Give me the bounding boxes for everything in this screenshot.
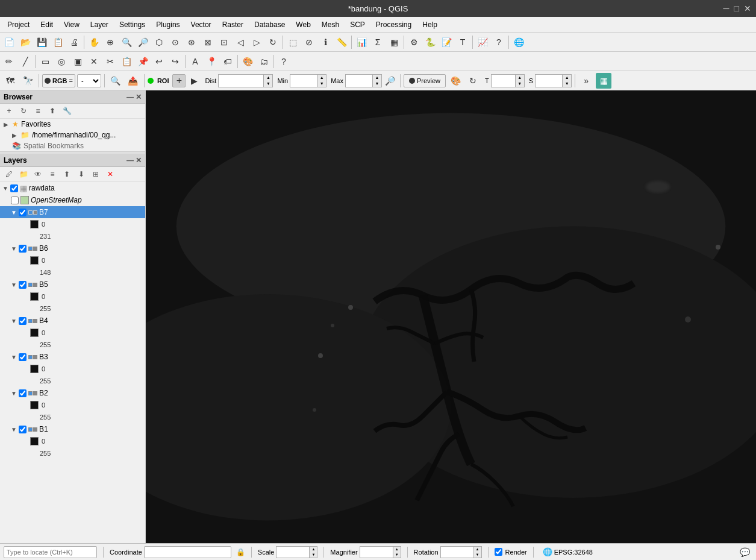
magnifier-down[interactable]: ▼	[393, 552, 401, 558]
browser-item-bookmarks[interactable]: 📚 Spatial Bookmarks	[0, 140, 145, 151]
pan-to-selection-button[interactable]: ⊕	[102, 34, 118, 50]
menu-processing[interactable]: Processing	[371, 19, 416, 30]
deselect-all-button[interactable]: ⊘	[301, 34, 317, 50]
menu-edit[interactable]: Edit	[36, 19, 58, 30]
scp-export-button[interactable]: 📤	[125, 73, 141, 89]
dist-up[interactable]: ▲	[264, 75, 272, 81]
scp-tool-2[interactable]: 🔭	[20, 73, 36, 89]
minimize-button[interactable]: ─	[723, 4, 729, 13]
t-up[interactable]: ▲	[516, 75, 524, 81]
scale-input[interactable]: 1:147802	[276, 546, 309, 558]
magnifier-up[interactable]: ▲	[393, 547, 401, 552]
label-button[interactable]: A	[187, 54, 203, 69]
zoom-to-button[interactable]: 🔎	[384, 74, 397, 87]
save-project-button[interactable]: 💾	[34, 34, 49, 50]
menu-layer[interactable]: Layer	[86, 19, 113, 30]
rotation-spinbox[interactable]: 0.0 ° ▲ ▼	[440, 546, 482, 558]
magnifier-arrows[interactable]: ▲ ▼	[393, 546, 401, 558]
locate-input[interactable]	[4, 546, 97, 558]
help-button[interactable]: ?	[491, 34, 507, 50]
messages-button[interactable]: 💬	[737, 544, 752, 560]
measure-button[interactable]: 📏	[334, 34, 349, 50]
annotation-button[interactable]: T	[455, 34, 470, 50]
new-project-button[interactable]: 📄	[1, 34, 17, 50]
layer-row-b6[interactable]: ▼ B6	[0, 242, 145, 254]
roi-run-button[interactable]: ▶	[187, 74, 201, 87]
dist-spinbox[interactable]: 0.010000 ▲ ▼	[218, 74, 273, 87]
save-as-button[interactable]: 📋	[50, 34, 66, 50]
rotation-down[interactable]: ▼	[474, 552, 481, 558]
menu-web[interactable]: Web	[291, 19, 315, 30]
style-button[interactable]: 🎨	[240, 54, 255, 69]
chart-button[interactable]: 📈	[475, 34, 490, 50]
layer-row-osm[interactable]: OpenStreetMap	[0, 194, 145, 206]
digitize-button[interactable]: ✏	[1, 54, 17, 69]
move-selection-bottom-button[interactable]: ⬇	[75, 168, 88, 180]
menu-help[interactable]: Help	[417, 19, 442, 30]
scp-search-button[interactable]: 🔍	[108, 73, 123, 89]
min-input[interactable]: 60	[290, 74, 317, 87]
menu-settings[interactable]: Settings	[114, 19, 150, 30]
browser-add-button[interactable]: +	[2, 105, 16, 117]
menu-plugins[interactable]: Plugins	[151, 19, 184, 30]
browser-filter-button[interactable]: ≡	[31, 105, 45, 117]
color-picker-button[interactable]: 🎨	[448, 73, 463, 89]
calculator-button[interactable]: ▦	[386, 34, 402, 50]
grid-button[interactable]: ▦	[596, 73, 611, 89]
open-layer-properties-button[interactable]: 🖊	[2, 168, 16, 180]
menu-view[interactable]: View	[59, 19, 84, 30]
s-up[interactable]: ▲	[563, 75, 571, 81]
hint-button[interactable]: ?	[276, 54, 292, 69]
scale-down[interactable]: ▼	[310, 552, 317, 558]
browser-minimize-icon[interactable]: —	[127, 93, 134, 101]
min-up[interactable]: ▲	[317, 75, 326, 81]
paste-features-button[interactable]: 📌	[135, 54, 151, 69]
more-button[interactable]: »	[578, 73, 594, 89]
browser-collapse-button[interactable]: ⬆	[46, 105, 59, 117]
map-tips-button[interactable]: 📝	[439, 34, 454, 50]
filter-layer-button[interactable]: ≡	[46, 168, 59, 180]
print-button[interactable]: 🖨	[66, 34, 82, 50]
b2-checkbox[interactable]	[19, 389, 27, 397]
rotation-input[interactable]: 0.0 °	[440, 546, 473, 558]
browser-properties-button[interactable]: 🔧	[60, 105, 73, 117]
t-arrows[interactable]: ▲ ▼	[515, 74, 525, 87]
menu-project[interactable]: Project	[2, 19, 34, 30]
b7-checkbox[interactable]	[19, 209, 27, 216]
zoom-native-button[interactable]: ⊡	[216, 34, 232, 50]
menu-vector[interactable]: Vector	[186, 19, 216, 30]
show-hide-labels-button[interactable]: 🏷	[220, 54, 236, 69]
undo-button[interactable]: ↩	[151, 54, 167, 69]
dist-arrows[interactable]: ▲ ▼	[263, 74, 273, 87]
max-spinbox[interactable]: 100 ▲ ▼	[345, 74, 382, 87]
zoom-rubber-band-button[interactable]: ⬡	[151, 34, 167, 50]
redo-button[interactable]: ↪	[167, 54, 183, 69]
s-spinbox[interactable]: 200 ▲ ▼	[535, 74, 572, 87]
node-tool-button[interactable]: ╱	[17, 54, 33, 69]
roi-add-button[interactable]: +	[172, 74, 186, 87]
menu-raster[interactable]: Raster	[217, 19, 248, 30]
t-input[interactable]: 0	[491, 74, 515, 87]
layers-close-icon[interactable]: ✕	[136, 156, 142, 165]
menu-database[interactable]: Database	[249, 19, 290, 30]
magnifier-input[interactable]: 100%	[360, 546, 393, 558]
browser-item-favorites[interactable]: ▶ ★ Favorites	[0, 119, 145, 130]
browser-refresh-button[interactable]: ↻	[17, 105, 30, 117]
s-arrows[interactable]: ▲ ▼	[562, 74, 572, 87]
browser-item-home[interactable]: ▶ 📁 /home/firmanhadi/00_qg...	[0, 130, 145, 140]
move-selection-top-button[interactable]: ⬆	[60, 168, 73, 180]
scp-tool-1[interactable]: 🗺	[2, 73, 18, 89]
scale-arrows[interactable]: ▲ ▼	[309, 546, 317, 558]
manage-visibility-button[interactable]: 👁	[31, 168, 45, 180]
max-input[interactable]: 100	[345, 74, 372, 87]
window-controls[interactable]: ─ □ ✕	[723, 4, 751, 13]
menu-scp[interactable]: SCP	[345, 19, 370, 30]
s-input[interactable]: 200	[535, 74, 562, 87]
edit-geom-button[interactable]: ▭	[37, 54, 53, 69]
dist-input[interactable]: 0.010000	[218, 74, 263, 87]
b1-checkbox[interactable]	[19, 426, 27, 433]
identify-button[interactable]: ℹ	[317, 34, 333, 50]
browser-header-icons[interactable]: — ✕	[127, 93, 142, 101]
browser-close-icon[interactable]: ✕	[136, 93, 142, 101]
delete-selected-button[interactable]: ✕	[86, 54, 102, 69]
